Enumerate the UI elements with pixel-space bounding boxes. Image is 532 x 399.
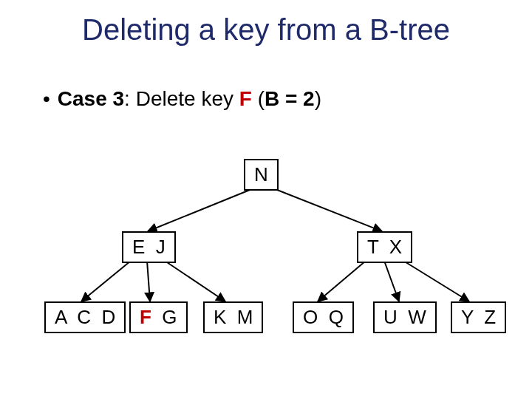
leaf2-key-f: F	[140, 306, 151, 328]
bullet-dot-icon: •	[43, 87, 50, 110]
node-leaf-1: A C D	[44, 301, 126, 333]
case-label: Case 3	[58, 87, 124, 110]
b-equals: B = 2	[265, 87, 315, 110]
svg-line-0	[148, 188, 253, 231]
svg-line-6	[384, 261, 399, 301]
node-mid-right: T X	[357, 231, 412, 263]
slide-title: Deleting a key from a B-tree	[0, 13, 532, 47]
node-root: N	[244, 159, 279, 191]
node-leaf-6: Y Z	[451, 301, 506, 333]
node-leaf-4: O Q	[293, 301, 354, 333]
svg-line-3	[147, 261, 150, 301]
leaf2-rest: G	[151, 306, 177, 328]
bullet-case-3: •Case 3: Delete key F (B = 2)	[43, 87, 321, 111]
node-mid-left: E J	[122, 231, 176, 263]
svg-line-4	[165, 261, 225, 301]
svg-line-7	[403, 261, 469, 301]
case-mid: : Delete key	[124, 87, 239, 110]
svg-line-1	[273, 188, 382, 231]
svg-line-2	[81, 261, 131, 301]
node-leaf-5: U W	[373, 301, 437, 333]
node-leaf-2: F G	[129, 301, 188, 333]
node-leaf-3: K M	[203, 301, 263, 333]
paren-open: (	[252, 87, 265, 110]
paren-close: )	[315, 87, 321, 110]
tree-edges	[0, 0, 532, 399]
svg-line-5	[318, 261, 366, 301]
delete-key: F	[239, 87, 252, 110]
